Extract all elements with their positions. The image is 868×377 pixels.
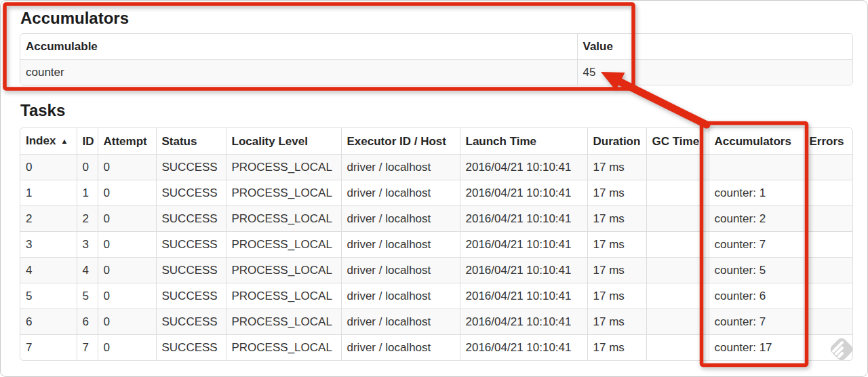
- table-cell: 17 ms: [587, 232, 646, 258]
- table-cell: 7: [20, 335, 77, 361]
- table-cell: 0: [20, 155, 77, 180]
- table-cell: 17 ms: [587, 206, 646, 232]
- table-cell: [646, 155, 709, 180]
- table-row: 220SUCCESSPROCESS_LOCALdriver / localhos…: [20, 206, 852, 232]
- table-cell: [646, 283, 709, 309]
- table-cell: 0: [98, 155, 156, 180]
- table-cell: 0: [98, 335, 156, 361]
- column-header[interactable]: ID: [77, 128, 98, 155]
- table-cell: 2016/04/21 10:10:41: [460, 283, 587, 309]
- table-cell: 17 ms: [587, 309, 646, 335]
- column-header[interactable]: Duration: [587, 128, 646, 155]
- table-cell: 4: [20, 258, 77, 283]
- table-cell: 17 ms: [587, 335, 646, 361]
- table-cell: [804, 283, 852, 309]
- accumulators-table: AccumulableValuecounter45: [20, 34, 852, 85]
- column-header[interactable]: Accumulators: [709, 128, 804, 155]
- header-row: AccumulableValue: [20, 34, 852, 60]
- header-row: Index▲IDAttemptStatusLocality LevelExecu…: [20, 128, 852, 155]
- table-cell: 1: [20, 180, 77, 206]
- table-cell: 6: [20, 309, 77, 335]
- table-cell: driver / localhost: [341, 283, 460, 309]
- table-cell: [804, 180, 852, 206]
- column-header: Accumulable: [20, 34, 577, 60]
- column-header[interactable]: Attempt: [98, 128, 156, 155]
- table-cell: 7: [77, 335, 98, 361]
- table-cell: [646, 206, 709, 232]
- tasks-table-container: Index▲IDAttemptStatusLocality LevelExecu…: [20, 127, 853, 361]
- table-cell: 2016/04/21 10:10:41: [460, 206, 587, 232]
- table-cell: 2016/04/21 10:10:41: [460, 180, 587, 206]
- table-cell: SUCCESS: [156, 232, 226, 258]
- table-cell: driver / localhost: [341, 180, 460, 206]
- column-header[interactable]: Executor ID / Host: [341, 128, 460, 155]
- table-cell: counter: 2: [709, 206, 804, 232]
- table-cell: 0: [77, 155, 98, 180]
- table-cell: counter: 7: [709, 232, 804, 258]
- table-cell: 3: [77, 232, 98, 258]
- table-cell: 0: [98, 180, 156, 206]
- table-row: 330SUCCESSPROCESS_LOCALdriver / localhos…: [20, 232, 852, 258]
- table-row: 770SUCCESSPROCESS_LOCALdriver / localhos…: [20, 335, 852, 361]
- column-header[interactable]: Launch Time: [460, 128, 587, 155]
- table-cell: driver / localhost: [341, 232, 460, 258]
- table-cell: [646, 309, 709, 335]
- table-cell: driver / localhost: [341, 206, 460, 232]
- table-cell: 0: [98, 309, 156, 335]
- accumulators-table-container: AccumulableValuecounter45: [20, 33, 853, 85]
- table-cell: counter: 1: [709, 180, 804, 206]
- table-cell: 2016/04/21 10:10:41: [460, 258, 587, 283]
- table-cell: 5: [77, 283, 98, 309]
- table-cell: 2: [77, 206, 98, 232]
- column-header[interactable]: Status: [156, 128, 226, 155]
- table-cell: SUCCESS: [156, 309, 226, 335]
- tasks-section-title: Tasks: [20, 101, 850, 119]
- table-cell: 2016/04/21 10:10:41: [460, 232, 587, 258]
- table-cell: counter: 17: [709, 335, 804, 361]
- table-cell: PROCESS_LOCAL: [226, 258, 341, 283]
- spark-ui-stage-page: Accumulators AccumulableValuecounter45 T…: [0, 0, 868, 377]
- table-row: 000SUCCESSPROCESS_LOCALdriver / localhos…: [20, 155, 852, 180]
- column-header[interactable]: GC Time: [646, 128, 709, 155]
- table-cell: 45: [577, 60, 852, 85]
- table-cell: driver / localhost: [341, 155, 460, 180]
- sort-ascending-icon: ▲: [60, 137, 68, 145]
- table-row: counter45: [20, 60, 852, 85]
- table-cell: [646, 258, 709, 283]
- table-cell: SUCCESS: [156, 283, 226, 309]
- table-cell: 3: [20, 232, 77, 258]
- table-cell: [804, 335, 852, 361]
- page-content: Accumulators AccumulableValuecounter45 T…: [1, 1, 867, 361]
- table-row: 110SUCCESSPROCESS_LOCALdriver / localhos…: [20, 180, 852, 206]
- table-cell: 0: [98, 258, 156, 283]
- table-cell: driver / localhost: [341, 258, 460, 283]
- table-cell: counter: [20, 60, 577, 85]
- table-row: 440SUCCESSPROCESS_LOCALdriver / localhos…: [20, 258, 852, 283]
- table-cell: PROCESS_LOCAL: [226, 180, 341, 206]
- table-cell: PROCESS_LOCAL: [226, 283, 341, 309]
- table-cell: 0: [98, 232, 156, 258]
- table-cell: [646, 180, 709, 206]
- table-cell: PROCESS_LOCAL: [226, 155, 341, 180]
- accumulators-section-title: Accumulators: [20, 9, 850, 27]
- table-cell: 1: [77, 180, 98, 206]
- table-cell: [646, 232, 709, 258]
- table-cell: [804, 309, 852, 335]
- table-cell: SUCCESS: [156, 155, 226, 180]
- column-header[interactable]: Index▲: [20, 128, 77, 155]
- table-cell: 2016/04/21 10:10:41: [460, 335, 587, 361]
- table-cell: PROCESS_LOCAL: [226, 309, 341, 335]
- table-cell: SUCCESS: [156, 258, 226, 283]
- table-cell: SUCCESS: [156, 335, 226, 361]
- column-header[interactable]: Errors: [804, 128, 852, 155]
- table-cell: [804, 232, 852, 258]
- table-cell: 17 ms: [587, 283, 646, 309]
- table-cell: [709, 155, 804, 180]
- table-cell: [804, 155, 852, 180]
- table-cell: 5: [20, 283, 77, 309]
- table-cell: 17 ms: [587, 155, 646, 180]
- table-cell: SUCCESS: [156, 180, 226, 206]
- table-cell: counter: 5: [709, 258, 804, 283]
- column-header[interactable]: Locality Level: [226, 128, 341, 155]
- table-cell: [804, 258, 852, 283]
